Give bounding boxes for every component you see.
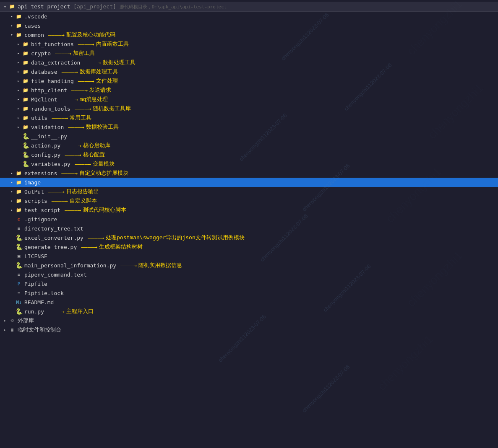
- tree-item-common[interactable]: 📁 common ————→ 配置及核心功能代码: [0, 30, 498, 39]
- arrow-line: ————→: [71, 87, 88, 93]
- arrow-closed: [8, 207, 15, 213]
- item-label-database: database: [31, 69, 57, 75]
- tree-item-temp_files[interactable]: ≣ 临时文件和控制台: [0, 325, 498, 334]
- tree-item-excel_converter[interactable]: 🐍 excel_converter.py ————→ 处理postman\swa…: [0, 233, 498, 242]
- annotation-file_handling: ————→ 文件处理: [76, 77, 118, 85]
- tree-item-scripts[interactable]: 📁 scripts ————→ 自定义脚本: [0, 196, 498, 205]
- tree-item-database[interactable]: 📁 database ————→ 数据库处理工具: [0, 67, 498, 76]
- folder-icon: 📁: [22, 105, 29, 112]
- arrow-none: [15, 151, 22, 158]
- item-label-random_tools: random_tools: [31, 106, 70, 112]
- tree-item-bif_functions[interactable]: 📁 bif_functions ————→ 内置函数工具: [0, 39, 498, 49]
- gitignore-icon: ⊘: [15, 215, 23, 223]
- tree-item-generate_tree[interactable]: 🐍 generate_tree.py ————→ 生成框架结构树树: [0, 242, 498, 251]
- item-label-gitignore: .gitignore: [24, 216, 57, 223]
- tree-item-vscode[interactable]: 📁 .vscode: [0, 12, 498, 21]
- tree-item-utils[interactable]: 📁 utils ————→ 常用工具: [0, 113, 498, 122]
- folder-icon: 📁: [15, 206, 23, 214]
- tree-item-extensions[interactable]: 📁 extensions ————→ 自定义动态扩展模块: [0, 168, 498, 178]
- arrow-line: ————→: [65, 152, 81, 158]
- tree-item-init_py[interactable]: 🐍 __init__.py: [0, 132, 498, 141]
- tree-item-gitignore[interactable]: ⊘ .gitignore: [0, 215, 498, 224]
- tree-item-data_extraction[interactable]: 📁 data_extraction ————→ 数据处理工具: [0, 58, 498, 67]
- tree-item-main_personal[interactable]: 🐍 main_personal_information.py ————→ 随机实…: [0, 261, 498, 270]
- arrow-closed: [15, 59, 22, 66]
- item-label-readme: README.md: [24, 299, 54, 306]
- arrow-none: [8, 290, 15, 296]
- annotation-text: 测试代码核心脚本: [83, 206, 126, 214]
- annotation-text: 自定义动态扩展模块: [79, 169, 128, 177]
- folder-icon: 📁: [15, 31, 23, 39]
- arrow-none: [8, 243, 15, 250]
- item-label-temp_files: 临时文件和控制台: [18, 326, 61, 334]
- tree-item-pipfile[interactable]: P Pipfile: [0, 279, 498, 288]
- arrow-none: [8, 225, 15, 232]
- python-icon: 🐍: [15, 262, 23, 269]
- tree-item-pipenv_command[interactable]: ≡ pipenv_command.text: [0, 270, 498, 279]
- tree-item-image[interactable]: 📁 image: [0, 178, 498, 187]
- arrow-none: [15, 142, 22, 149]
- project-root-header: 📁 api-test-project [api_project] 源代码根目录，…: [0, 2, 498, 12]
- annotation-validation: ————→ 数据校验工具: [66, 123, 119, 131]
- tree-item-action_py[interactable]: 🐍 action.py ————→ 核心启动库: [0, 141, 498, 150]
- tree-item-MQclient[interactable]: 📁 MQclient ————→ mq消息处理: [0, 95, 498, 104]
- tree-item-random_tools[interactable]: 📁 random_tools ————→ 随机数据工具库: [0, 104, 498, 113]
- annotation-bif_functions: ————→ 内置函数工具: [76, 40, 129, 48]
- arrow-none: [8, 216, 15, 223]
- tree-item-validation[interactable]: 📁 validation ————→ 数据校验工具: [0, 122, 498, 132]
- tree-item-variables_py[interactable]: 🐍 variables.py ————→ 变量模块: [0, 159, 498, 168]
- annotation-variables_py: ————→ 变量模块: [73, 160, 115, 168]
- item-label-MQclient: MQclient: [31, 96, 57, 103]
- item-label-image: image: [24, 179, 41, 186]
- annotation-scripts: ————→ 自定义脚本: [50, 197, 97, 205]
- folder-icon: 📁: [15, 197, 23, 205]
- folder-icon: 📁: [22, 77, 29, 85]
- python-icon: 🐍: [15, 243, 23, 251]
- folder-icon: 📁: [22, 114, 29, 122]
- tree-item-directory_tree[interactable]: ≡ directory_tree.txt: [0, 224, 498, 233]
- tree-item-output[interactable]: 📁 OutPut ————→ 日志报告输出: [0, 187, 498, 196]
- folder-icon: 📁: [15, 22, 23, 29]
- tree-item-http_client[interactable]: 📁 http_client ————→ 发送请求: [0, 85, 498, 95]
- tree-item-crypto[interactable]: 📁 crypto ————→ 加密工具: [0, 49, 498, 58]
- arrow-line: ————→: [55, 50, 71, 57]
- tree-item-external_lib[interactable]: ⛭ 外部库: [0, 316, 498, 325]
- tree-item-license[interactable]: ▣ LICENSE: [0, 251, 498, 261]
- annotation-output: ————→ 日志报告输出: [47, 188, 99, 195]
- arrow-line: ————→: [61, 170, 78, 176]
- arrow-closed: [8, 188, 15, 195]
- folder-icon: 📁: [22, 86, 29, 94]
- root-arrow: [2, 3, 8, 10]
- annotation-text: mq消息处理: [80, 96, 108, 103]
- item-label-utils: utils: [31, 115, 47, 121]
- annotation-common: ————→ 配置及核心功能代码: [47, 31, 115, 39]
- arrow-closed: [15, 50, 22, 57]
- arrow-line: ————→: [88, 235, 104, 241]
- root-folder-icon: 📁: [8, 3, 16, 10]
- tree-item-pipfile_lock[interactable]: ≡ Pipfile.lock: [0, 288, 498, 298]
- annotation-utils: ————→ 常用工具: [50, 114, 91, 122]
- arrow-line: ————→: [48, 32, 65, 38]
- tree-item-test_script[interactable]: 📁 test_script ————→ 测试代码核心脚本: [0, 205, 498, 215]
- arrow-line: ————→: [120, 262, 137, 269]
- folder-icon: 📁: [15, 188, 23, 195]
- folder-icon: 📁: [15, 169, 23, 177]
- tree-item-run_py[interactable]: 🐍 run.py ————→ 主程序入口: [0, 307, 498, 316]
- arrow-line: ————→: [48, 308, 65, 315]
- annotation-data_extraction: ————→ 数据处理工具: [83, 59, 135, 66]
- tree-item-readme[interactable]: M↓ README.md: [0, 298, 498, 307]
- arrow-closed: [2, 326, 8, 333]
- annotation-random_tools: ————→ 随机数据工具库: [73, 105, 131, 112]
- arrow-none: [8, 253, 15, 259]
- annotation-test_script: ————→ 测试代码核心脚本: [63, 206, 126, 214]
- markdown-icon: M↓: [15, 298, 23, 306]
- tree-item-config_py[interactable]: 🐍 config.py ————→ 核心配置: [0, 150, 498, 159]
- item-label-scripts: scripts: [24, 198, 47, 204]
- folder-icon: 📁: [22, 123, 29, 131]
- tree-item-file_handling[interactable]: 📁 file_handling ————→ 文件处理: [0, 76, 498, 85]
- tree-item-cases[interactable]: 📁 cases: [0, 21, 498, 30]
- annotation-text: 数据处理工具: [103, 59, 136, 66]
- annotation-text: 生成框架结构树树: [99, 243, 143, 251]
- arrow-line: ————→: [62, 69, 78, 75]
- arrow-none: [8, 308, 15, 315]
